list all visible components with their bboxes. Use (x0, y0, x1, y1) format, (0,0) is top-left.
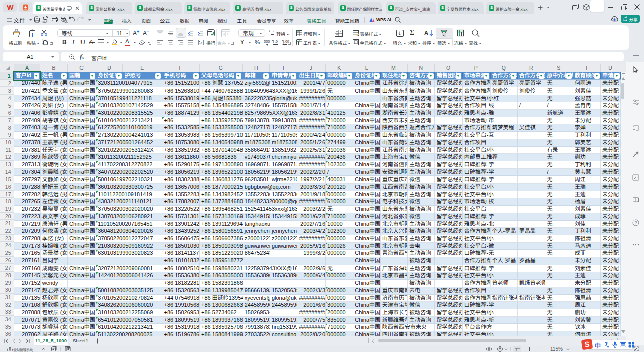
svg-text:?: ? (634, 220, 637, 225)
svg-text:.0: .0 (275, 40, 278, 43)
